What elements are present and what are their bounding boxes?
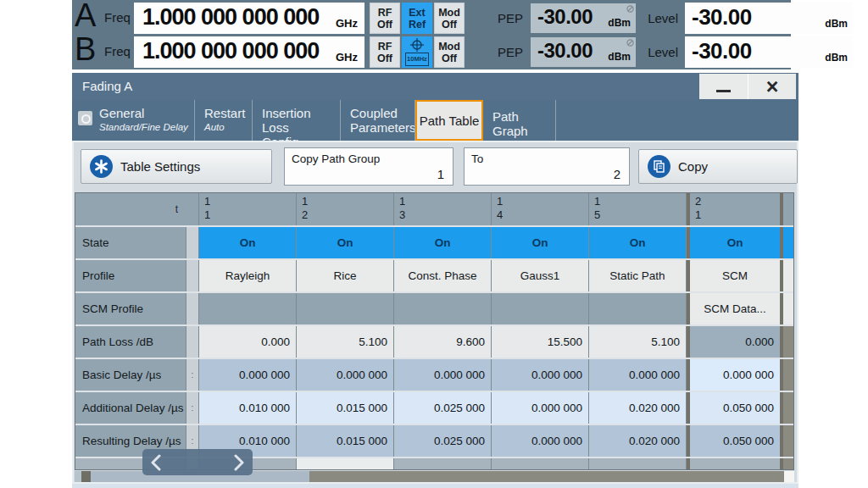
no-signal-icon (626, 39, 634, 47)
scrollbar-right-button[interactable] (784, 471, 794, 482)
tab-insertion-loss-config[interactable]: Insertion Loss Config (253, 100, 341, 141)
path-loss-cell[interactable]: 5.100 (589, 326, 687, 358)
frequency-unit: GHz (336, 51, 358, 64)
freq-label: Freq (104, 44, 131, 58)
table-cell-clipped (589, 458, 687, 469)
scm-profile-cell[interactable] (199, 293, 297, 324)
table-cell-clipped (492, 458, 589, 469)
copy-to-field[interactable]: To 2 (464, 147, 630, 186)
resulting-delay-cell[interactable]: 0.050 000 (687, 425, 783, 457)
basic-delay-cell[interactable]: 0.000 000 (297, 359, 394, 391)
additional-delay-cell[interactable]: 0.010 000 (199, 392, 297, 424)
profile-cell[interactable]: Gauss1 (492, 260, 589, 291)
next-column-sliver (783, 458, 793, 469)
table-row: StateOnOnOnOnOnOn (75, 227, 793, 258)
column-header-2-1[interactable]: 2 1 (687, 193, 783, 225)
scm-profile-cell[interactable] (394, 293, 492, 324)
channel-a-label: A (75, 0, 96, 34)
level-label: Level (643, 11, 678, 25)
mod-state-button-b[interactable]: Mod Off (434, 36, 465, 68)
tab-coupled-parameters[interactable]: Coupled Parameters (341, 100, 415, 141)
table-settings-button[interactable]: Table Settings (81, 149, 272, 184)
basic-delay-cell[interactable]: 0.000 000 (492, 359, 589, 391)
frequency-field-b[interactable]: 1.000 000 000 000 GHz (134, 36, 364, 68)
level-field-b[interactable]: -30.00 dBm (685, 36, 853, 68)
close-button[interactable]: × (748, 74, 796, 99)
scroll-left-icon[interactable] (150, 454, 162, 471)
path-loss-cell[interactable]: 9.600 (394, 326, 492, 358)
ref-oscillator-button-b[interactable]: 10MHz (402, 36, 432, 68)
frequency-value: 1.000 000 000 000 (142, 4, 319, 30)
ext-ref-button-a[interactable]: Ext Ref (402, 3, 432, 34)
column-header-1-1[interactable]: 1 1 (199, 193, 297, 225)
resulting-delay-cell[interactable]: 0.000 000 (492, 425, 589, 457)
basic-delay-cell[interactable]: 0.000 000 (687, 359, 783, 391)
screen: A Freq 1.000 000 000 000 GHz RF Off Ext … (0, 0, 868, 488)
tab-path-graph[interactable]: Path Graph (483, 100, 556, 141)
resulting-delay-cell[interactable]: 0.020 000 (589, 425, 687, 457)
additional-delay-cell[interactable]: 0.050 000 (687, 392, 783, 424)
level-field-a[interactable]: -30.00 dBm (685, 3, 853, 34)
profile-cell[interactable]: Rayleigh (199, 260, 297, 291)
row-unit-cell: : (186, 359, 199, 391)
pep-unit: dBm (608, 17, 631, 29)
scroll-right-icon[interactable] (233, 454, 245, 471)
scm-profile-cell[interactable] (589, 293, 687, 324)
pep-field-b[interactable]: -30.00 dBm (531, 37, 636, 67)
column-header-1-4[interactable]: 1 4 (492, 193, 589, 225)
profile-cell[interactable]: Const. Phase (394, 260, 492, 291)
state-cell[interactable]: On (394, 227, 492, 258)
pep-field-a[interactable]: -30.00 dBm (531, 3, 636, 33)
profile-cell[interactable]: SCM (687, 260, 783, 291)
dialog-titlebar[interactable]: Fading A × (72, 73, 798, 100)
tab-restart[interactable]: RestartAuto (195, 100, 253, 141)
scrollbar-left-button[interactable] (81, 471, 91, 482)
rf-state-button-b[interactable]: RF Off (370, 36, 400, 68)
scm-profile-cell[interactable]: SCM Data... (687, 293, 783, 324)
column-header-1-3[interactable]: 1 3 (394, 193, 492, 225)
column-header-1-5[interactable]: 1 5 (589, 193, 687, 225)
additional-delay-cell[interactable]: 0.025 000 (394, 392, 492, 424)
path-loss-cell[interactable]: 0.000 (199, 326, 297, 358)
frequency-field-a[interactable]: 1.000 000 000 000 GHz (134, 3, 364, 34)
dialog-tabbar: GeneralStandard/Fine DelayRestartAutoIns… (72, 100, 798, 141)
copy-path-group-field[interactable]: Copy Path Group 1 (284, 147, 453, 186)
tab-label: Coupled Parameters (350, 106, 409, 135)
profile-cell[interactable]: Rice (297, 260, 394, 291)
path-loss-cell[interactable]: 15.500 (492, 326, 589, 358)
additional-delay-cell[interactable]: 0.000 000 (492, 392, 589, 424)
basic-delay-cell[interactable]: 0.000 000 (394, 359, 492, 391)
tab-general[interactable]: GeneralStandard/Fine Delay (72, 100, 195, 141)
additional-delay-cell[interactable]: 0.015 000 (297, 392, 394, 424)
tab-label: Path Table (420, 114, 480, 128)
rf-state-button-a[interactable]: RF Off (370, 3, 400, 34)
next-column-sliver (783, 359, 793, 391)
state-cell[interactable]: On (687, 227, 783, 258)
fading-dialog: Fading A × GeneralStandard/Fine DelayRes… (72, 73, 798, 484)
copy-button[interactable]: Copy (638, 149, 798, 184)
state-cell[interactable]: On (589, 227, 687, 258)
resulting-delay-cell[interactable]: 0.015 000 (297, 425, 394, 457)
basic-delay-cell[interactable]: 0.000 000 (199, 359, 297, 391)
state-cell[interactable]: On (199, 227, 297, 258)
resulting-delay-cell[interactable]: 0.025 000 (394, 425, 492, 457)
minimize-button[interactable] (699, 74, 748, 99)
scm-profile-cell[interactable] (492, 293, 589, 324)
path-loss-cell[interactable]: 0.000 (687, 326, 783, 358)
level-unit: dBm (825, 52, 848, 64)
table-settings-label: Table Settings (120, 159, 200, 174)
additional-delay-cell[interactable]: 0.020 000 (589, 392, 687, 424)
next-column-sliver (783, 260, 793, 291)
scm-profile-cell[interactable] (297, 293, 394, 324)
basic-delay-cell[interactable]: 0.000 000 (589, 359, 687, 391)
next-column-sliver (783, 425, 793, 457)
state-cell[interactable]: On (297, 227, 394, 258)
tab-path-table[interactable]: Path Table (415, 100, 483, 141)
column-header-1-2[interactable]: 1 2 (297, 193, 394, 225)
state-cell[interactable]: On (492, 227, 589, 258)
table-cell-clipped (394, 458, 492, 469)
path-loss-cell[interactable]: 5.100 (297, 326, 394, 358)
mod-state-button-a[interactable]: Mod Off (434, 3, 465, 34)
profile-cell[interactable]: Static Path (589, 260, 687, 291)
minimize-icon (716, 90, 731, 92)
